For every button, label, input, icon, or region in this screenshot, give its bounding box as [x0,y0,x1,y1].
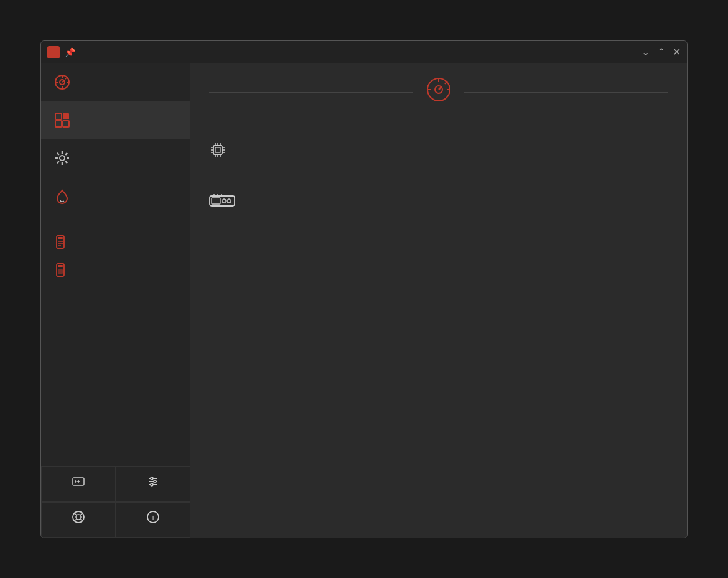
sidebar: i [41,63,190,538]
pin-icon[interactable]: 📌 [65,47,75,57]
svg-point-35 [151,483,153,486]
app-icon [47,46,60,58]
right-divider [464,92,668,93]
titlebar-left: 📌 [47,46,75,58]
sidebar-item-dashboard[interactable] [41,63,190,101]
deutsch-icon [72,475,85,492]
svg-rect-10 [55,121,62,127]
profile-1-icon [54,235,67,249]
svg-line-7 [62,80,64,82]
sidebar-bottom: i [41,466,190,538]
dashboard-icon [54,73,71,91]
main-panel [190,63,687,538]
svg-point-37 [76,515,81,520]
svg-rect-66 [212,198,220,204]
support-button[interactable] [41,502,116,538]
svg-line-19 [65,152,67,154]
settings-icon [146,475,160,492]
sidebar-item-aquaris[interactable] [41,177,190,215]
sidebar-item-tools[interactable] [41,139,190,177]
deutsch-button[interactable] [41,467,116,502]
close-icon[interactable]: ✕ [673,47,681,57]
gpu-section-header [209,193,668,212]
aquaris-icon [54,187,71,205]
titlebar: 📌 ⌄ ⌃ ✕ [41,41,687,63]
svg-point-12 [60,156,65,161]
svg-text:i: i [152,513,154,522]
svg-rect-27 [58,265,63,267]
svg-point-33 [151,477,153,480]
sidebar-item-profiles[interactable] [41,101,190,139]
minimize-icon[interactable]: ⌄ [642,47,650,57]
tools-icon [54,149,71,167]
svg-rect-11 [63,121,69,127]
gpu-icon [209,193,235,212]
window-controls: ⌄ ⌃ ✕ [642,47,681,57]
profile-item-1[interactable] [41,228,190,256]
info-icon: i [146,510,160,527]
support-icon [72,510,85,527]
svg-rect-28 [58,269,63,274]
profile-2-icon [54,263,67,277]
info-button[interactable]: i [116,502,190,538]
svg-point-34 [154,480,156,483]
app-window: 📌 ⌄ ⌃ ✕ [40,40,688,538]
header-divider [209,76,668,109]
profile-item-2[interactable] [41,256,190,284]
svg-point-68 [227,199,231,203]
svg-line-20 [57,161,59,163]
svg-rect-8 [55,113,62,119]
used-profiles-label [41,215,190,228]
svg-line-3 [65,77,67,79]
main-header [209,76,668,116]
svg-line-50 [439,87,441,90]
left-divider [209,92,413,93]
svg-rect-9 [63,113,69,119]
profiles-icon [54,111,71,129]
svg-line-18 [65,161,67,163]
svg-line-17 [57,152,59,154]
sidebar-nav [41,63,190,466]
svg-point-67 [222,199,226,203]
system-monitor-icon [423,76,454,109]
content: i [41,63,687,538]
maximize-icon[interactable]: ⌃ [657,47,665,57]
svg-rect-51 [213,146,222,154]
svg-rect-22 [58,237,63,239]
cpu-section-header [209,141,668,162]
settings-button[interactable] [116,467,190,502]
cpu-icon [209,141,226,162]
svg-rect-52 [215,147,220,152]
